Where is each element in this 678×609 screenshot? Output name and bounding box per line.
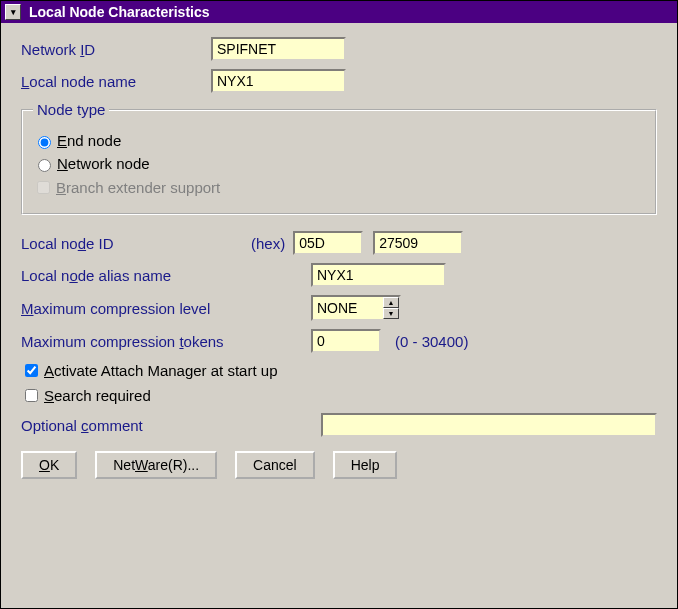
max-comp-level-label: Maximum compression level bbox=[21, 300, 311, 317]
netware-button[interactable]: NetWare(R)... bbox=[95, 451, 217, 479]
activate-attach-checkbox[interactable] bbox=[25, 364, 38, 377]
spinner-down-icon[interactable]: ▼ bbox=[383, 308, 399, 319]
network-node-radio-row[interactable]: Network node bbox=[33, 155, 645, 172]
max-comp-tokens-input[interactable] bbox=[311, 329, 381, 353]
optional-comment-row: Optional comment bbox=[21, 413, 657, 437]
tokens-range-note: (0 - 30400) bbox=[395, 333, 468, 350]
local-node-id-hex2-input[interactable] bbox=[373, 231, 463, 255]
network-id-label: Network ID bbox=[21, 41, 211, 58]
hex-note: (hex) bbox=[251, 235, 285, 252]
max-comp-tokens-row: Maximum compression tokens (0 - 30400) bbox=[21, 329, 657, 353]
search-required-checkbox[interactable] bbox=[25, 389, 38, 402]
network-node-radio[interactable] bbox=[38, 159, 51, 172]
network-id-input[interactable] bbox=[211, 37, 346, 61]
optional-comment-input[interactable] bbox=[321, 413, 657, 437]
max-comp-level-value: NONE bbox=[317, 300, 357, 316]
network-id-row: Network ID bbox=[21, 37, 657, 61]
local-node-id-label: Local node ID bbox=[21, 235, 251, 252]
max-comp-tokens-label: Maximum compression tokens bbox=[21, 333, 311, 350]
spinner-icon[interactable]: ▲ ▼ bbox=[383, 297, 399, 319]
alias-row: Local node alias name bbox=[21, 263, 657, 287]
help-button[interactable]: Help bbox=[333, 451, 398, 479]
ok-button[interactable]: OK bbox=[21, 451, 77, 479]
search-required-row[interactable]: Search required bbox=[21, 386, 657, 405]
titlebar: ▾ Local Node Characteristics bbox=[1, 1, 677, 23]
max-comp-level-select[interactable]: NONE ▲ ▼ bbox=[311, 295, 401, 321]
window-title: Local Node Characteristics bbox=[29, 1, 210, 23]
optional-comment-label: Optional comment bbox=[21, 417, 321, 434]
local-node-name-input[interactable] bbox=[211, 69, 346, 93]
local-node-id-row: Local node ID (hex) bbox=[21, 231, 657, 255]
branch-extender-check-row: Branch extender support bbox=[33, 178, 645, 197]
button-row: OK NetWare(R)... Cancel Help bbox=[21, 451, 657, 479]
branch-extender-checkbox bbox=[37, 181, 50, 194]
dialog-content: Network ID Local node name Node type End… bbox=[1, 23, 677, 491]
checkbox-group: Activate Attach Manager at start up Sear… bbox=[21, 361, 657, 405]
alias-input[interactable] bbox=[311, 263, 446, 287]
local-node-name-label: Local node name bbox=[21, 73, 211, 90]
activate-attach-row[interactable]: Activate Attach Manager at start up bbox=[21, 361, 657, 380]
local-node-name-row: Local node name bbox=[21, 69, 657, 93]
local-node-id-hex1-input[interactable] bbox=[293, 231, 363, 255]
dialog-window: ▾ Local Node Characteristics Network ID … bbox=[0, 0, 678, 609]
node-type-group: Node type End node Network node Branch e… bbox=[21, 101, 657, 215]
end-node-radio-row[interactable]: End node bbox=[33, 132, 645, 149]
end-node-radio[interactable] bbox=[38, 136, 51, 149]
cancel-button[interactable]: Cancel bbox=[235, 451, 315, 479]
node-type-legend: Node type bbox=[33, 101, 109, 118]
max-comp-level-row: Maximum compression level NONE ▲ ▼ bbox=[21, 295, 657, 321]
spinner-up-icon[interactable]: ▲ bbox=[383, 297, 399, 308]
alias-label: Local node alias name bbox=[21, 267, 311, 284]
system-menu-icon[interactable]: ▾ bbox=[5, 4, 21, 20]
